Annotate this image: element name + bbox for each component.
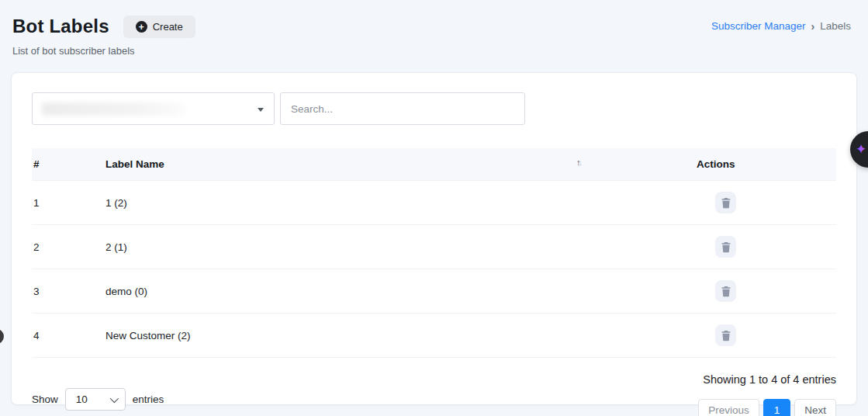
page-size-value: 10: [76, 393, 88, 405]
plus-circle-icon: +: [136, 21, 147, 33]
table-row: 4 New Customer (2): [32, 314, 836, 358]
column-header-label-name[interactable]: Label Name ↑↓: [104, 148, 667, 181]
pagination-next-button[interactable]: Next: [794, 399, 836, 416]
table-row: 1 1 (2): [32, 181, 836, 225]
delete-button[interactable]: [715, 280, 736, 302]
show-label: Show: [32, 393, 58, 405]
pagination: Previous 1 Next: [698, 399, 836, 416]
sort-arrows-icon[interactable]: ↑↓: [576, 158, 580, 167]
page-size-select[interactable]: 10: [65, 388, 126, 411]
table-header-row: # Label Name ↑↓ Actions: [32, 148, 836, 181]
labels-card: # Label Name ↑↓ Actions 1 1 (2): [11, 72, 857, 405]
labels-table-wrap: # Label Name ↑↓ Actions 1 1 (2): [32, 148, 836, 358]
trash-icon: [721, 241, 731, 253]
row-index: 3: [32, 269, 104, 314]
show-entries-control: Show 10 entries: [32, 371, 164, 416]
create-button-label: Create: [153, 21, 183, 33]
sparkle-icon: ✦: [856, 141, 866, 158]
breadcrumb: Subscriber Manager › Labels: [711, 20, 854, 32]
page-header: Bot Labels + Create List of bot subscrib…: [0, 0, 868, 57]
trash-icon: [721, 197, 731, 209]
page-title: Bot Labels: [12, 16, 109, 37]
breadcrumb-separator-icon: ›: [811, 21, 815, 32]
caret-down-icon: [258, 108, 264, 112]
delete-button[interactable]: [715, 236, 736, 258]
row-label: New Customer (2): [104, 314, 667, 358]
trash-icon: [721, 286, 731, 297]
row-label: 1 (2): [104, 181, 667, 225]
pagination-previous-button[interactable]: Previous: [698, 399, 759, 416]
pagination-page-1-button[interactable]: 1: [763, 399, 791, 416]
column-header-actions: Actions: [667, 148, 836, 181]
trash-icon: [721, 330, 731, 341]
column-header-label-text: Label Name: [105, 158, 164, 170]
table-row: 2 2 (1): [32, 225, 836, 269]
bot-select-redacted-value: [42, 102, 185, 116]
column-header-index[interactable]: #: [32, 148, 104, 181]
left-edge-widget-fragment[interactable]: [0, 329, 4, 344]
labels-table: # Label Name ↑↓ Actions 1 1 (2): [32, 148, 836, 358]
delete-button[interactable]: [715, 324, 736, 346]
entries-label: entries: [133, 393, 164, 405]
page-subtitle: List of bot subscriber labels: [12, 45, 195, 57]
breadcrumb-subscriber-manager[interactable]: Subscriber Manager: [711, 20, 806, 32]
bot-select[interactable]: [32, 92, 275, 125]
breadcrumb-current: Labels: [820, 20, 851, 32]
entries-summary: Showing 1 to 4 of 4 entries: [703, 371, 836, 386]
delete-button[interactable]: [715, 192, 736, 213]
row-label: demo (0): [104, 269, 667, 314]
row-index: 1: [32, 181, 104, 225]
table-footer: Show 10 entries Showing 1 to 4 of 4 entr…: [32, 371, 836, 416]
row-index: 2: [32, 225, 104, 269]
chevron-down-icon: [110, 393, 119, 402]
create-button[interactable]: + Create: [123, 16, 195, 38]
filter-controls: [32, 92, 836, 125]
table-row: 3 demo (0): [32, 269, 836, 314]
row-label: 2 (1): [104, 225, 667, 269]
search-input[interactable]: [280, 92, 525, 125]
row-index: 4: [32, 314, 104, 358]
